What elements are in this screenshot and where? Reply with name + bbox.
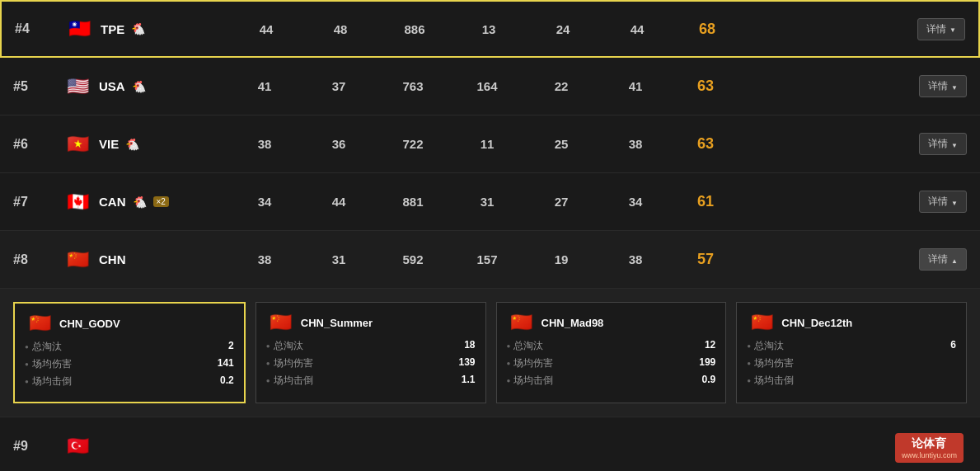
detail-button[interactable]: 详情 — [919, 75, 967, 97]
chevron-up-icon — [951, 254, 958, 266]
stat-label: 场均击倒 — [747, 374, 794, 388]
team-name: TPE — [101, 22, 124, 36]
stat-1: 38 — [227, 252, 302, 266]
detail-button[interactable]: 详情 — [919, 191, 967, 213]
score: 61 — [673, 193, 739, 210]
table-row: #6 🇻🇳 VIE 🐔 38 36 722 11 25 38 63 详情 — [0, 115, 980, 173]
stat-5: 27 — [524, 195, 598, 209]
stat-1: 44 — [229, 22, 303, 36]
chicken-count-badge: ×2 — [153, 196, 169, 207]
stat-3: 722 — [376, 137, 450, 151]
stat-6: 44 — [600, 22, 674, 36]
stat-3: 881 — [376, 195, 450, 209]
team-name: CAN — [99, 195, 126, 209]
stat-6: 38 — [598, 137, 673, 151]
chicken-icon: 🐔 — [125, 138, 139, 151]
table-row: #9 🇹🇷 — [0, 417, 980, 471]
player-stat-row: 总淘汰 12 — [507, 339, 716, 353]
stat-5: 25 — [524, 137, 598, 151]
player-flag-icon: 🇨🇳 — [507, 313, 537, 332]
chevron-down-icon — [950, 23, 956, 35]
player-stat-row: 总淘汰 2 — [25, 340, 234, 354]
stat-label: 总淘汰 — [747, 339, 784, 353]
team-info: 🇨🇳 CHN — [63, 250, 227, 270]
stat-4: 11 — [450, 137, 524, 151]
table-row: #7 🇨🇦 CAN 🐔 ×2 34 44 881 31 27 34 61 详情 — [0, 173, 980, 231]
stat-label: 总淘汰 — [507, 339, 544, 353]
player-name: CHN_Mad98 — [542, 317, 604, 329]
stat-label: 场均击倒 — [266, 374, 313, 388]
player-stat-row: 场均伤害 141 — [25, 357, 234, 371]
stat-1: 38 — [227, 137, 302, 151]
chicken-icon: 🐔 — [133, 195, 147, 209]
player-stat-row: 场均击倒 1.1 — [266, 374, 476, 388]
player-name: CHN_GODV — [59, 318, 120, 330]
stat-label: 总淘汰 — [266, 339, 303, 353]
player-stat-row: 场均击倒 0.9 — [507, 374, 716, 388]
chicken-icon: 🐔 — [132, 80, 146, 93]
stat-6: 34 — [598, 195, 673, 209]
stat-label: 场均击倒 — [507, 374, 554, 388]
flag-icon: 🇨🇳 — [63, 250, 92, 270]
score: 68 — [674, 21, 740, 38]
stat-value: 141 — [218, 357, 234, 371]
player-header: 🇨🇳 CHN_Mad98 — [507, 313, 716, 332]
player-header: 🇨🇳 CHN_GODV — [25, 313, 234, 333]
score: 63 — [673, 78, 739, 95]
player-stat-row: 场均击倒 — [747, 374, 956, 388]
player-flag-icon: 🇨🇳 — [266, 313, 296, 332]
stat-6: 41 — [598, 79, 673, 93]
player-stat-row: 场均伤害 — [747, 356, 956, 370]
detail-button[interactable]: 详情 — [919, 248, 967, 271]
detail-button[interactable]: 详情 — [917, 18, 965, 40]
stat-4: 164 — [450, 79, 524, 93]
stat-5: 24 — [526, 22, 600, 36]
rank-label: #9 — [13, 439, 63, 454]
player-name: CHN_Summer — [301, 317, 373, 329]
chevron-down-icon — [951, 139, 958, 150]
stat-label: 场均击倒 — [25, 374, 72, 389]
score: 57 — [673, 251, 739, 268]
stat-3: 886 — [377, 22, 452, 36]
team-info: 🇹🇷 — [63, 436, 227, 456]
flag-icon: 🇨🇦 — [63, 192, 92, 212]
stat-label: 场均伤害 — [25, 357, 72, 371]
chicken-icon: 🐔 — [131, 22, 145, 35]
stat-2: 37 — [302, 79, 376, 93]
player-stat-row: 总淘汰 18 — [266, 339, 476, 353]
team-info: 🇹🇼 TPE 🐔 — [64, 19, 229, 39]
team-info: 🇻🇳 VIE 🐔 — [63, 134, 227, 154]
rankings-table: #4 🇹🇼 TPE 🐔 44 48 886 13 24 44 68 详情 #5 … — [0, 0, 980, 471]
stat-label: 总淘汰 — [25, 340, 62, 354]
player-flag-icon: 🇨🇳 — [747, 313, 776, 332]
stat-value: 0.2 — [220, 374, 234, 389]
player-header: 🇨🇳 CHN_Summer — [266, 313, 476, 332]
detail-panel: 🇨🇳 CHN_GODV 总淘汰 2 场均伤害 141 场均击倒 0.2 🇨🇳 C… — [0, 289, 980, 417]
stat-value: 1.1 — [462, 374, 476, 388]
stat-2: 44 — [302, 195, 376, 209]
flag-icon: 🇹🇼 — [64, 19, 94, 39]
stat-3: 592 — [376, 252, 450, 266]
rank-label: #5 — [13, 79, 63, 94]
stat-value: 139 — [458, 356, 475, 370]
stat-label: 场均伤害 — [266, 356, 313, 370]
chevron-down-icon — [951, 196, 958, 208]
team-info: 🇺🇸 USA 🐔 — [63, 77, 227, 97]
stat-2: 31 — [302, 252, 376, 266]
chevron-down-icon — [951, 81, 958, 92]
stat-2: 36 — [302, 137, 376, 151]
rank-label: #8 — [13, 252, 63, 267]
player-stat-row: 场均击倒 0.2 — [25, 374, 234, 389]
table-row: #4 🇹🇼 TPE 🐔 44 48 886 13 24 44 68 详情 — [0, 0, 980, 58]
rank-label: #7 — [13, 195, 63, 210]
score: 63 — [673, 135, 739, 153]
stat-label: 场均伤害 — [507, 356, 554, 370]
flag-icon: 🇺🇸 — [63, 77, 92, 97]
stat-value: 18 — [464, 339, 475, 353]
player-header: 🇨🇳 CHN_Dec12th — [747, 313, 956, 332]
detail-button[interactable]: 详情 — [919, 133, 967, 155]
stat-value: 2 — [228, 340, 234, 354]
stat-4: 13 — [452, 22, 526, 36]
flag-icon: 🇹🇷 — [63, 436, 92, 456]
stat-value: 12 — [705, 339, 715, 353]
